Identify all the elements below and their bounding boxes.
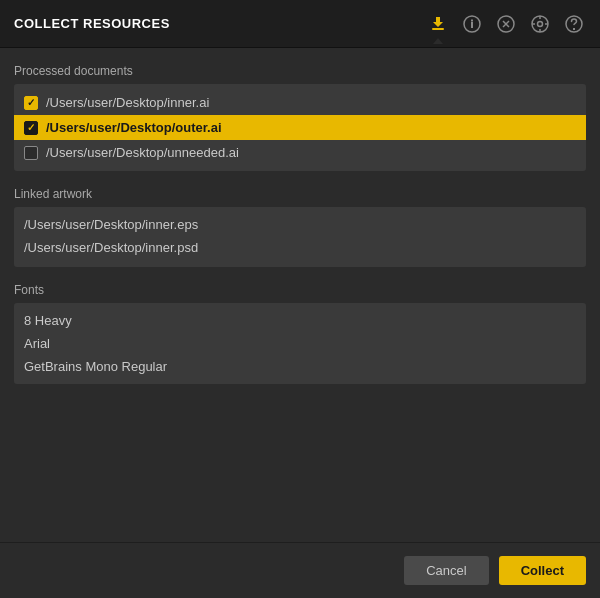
svg-rect-3 [471,19,473,21]
linked-item-inner-eps: /Users/user/Desktop/inner.eps [14,213,586,236]
svg-rect-2 [471,22,473,28]
svg-point-8 [538,21,543,26]
font-item-arial: Arial [14,332,586,355]
header-toolbar [426,12,586,36]
svg-rect-0 [432,28,444,30]
font-name-8-heavy: 8 Heavy [24,313,72,328]
collect-button[interactable]: Collect [499,556,586,585]
linked-path-inner-psd: /Users/user/Desktop/inner.psd [24,240,198,255]
linked-path-inner-eps: /Users/user/Desktop/inner.eps [24,217,198,232]
processed-docs-box: /Users/user/Desktop/inner.ai /Users/user… [14,84,586,171]
dialog-footer: Cancel Collect [0,542,600,598]
help-tab-icon[interactable] [562,12,586,36]
svg-rect-14 [573,28,575,30]
font-name-getbrains: GetBrains Mono Regular [24,359,167,374]
cancel-button[interactable]: Cancel [404,556,488,585]
doc-item-outer-ai[interactable]: /Users/user/Desktop/outer.ai [14,115,586,140]
doc-path-outer-ai: /Users/user/Desktop/outer.ai [46,120,222,135]
fonts-section: Fonts 8 Heavy Arial GetBrains Mono Regul… [14,283,586,384]
font-item-8-heavy: 8 Heavy [14,309,586,332]
linked-item-inner-psd: /Users/user/Desktop/inner.psd [14,236,586,259]
doc-item-unneeded-ai[interactable]: /Users/user/Desktop/unneeded.ai [14,140,586,165]
doc-path-inner-ai: /Users/user/Desktop/inner.ai [46,95,209,110]
download-tab-icon[interactable] [426,12,450,36]
info-tab-icon[interactable] [460,12,484,36]
doc-path-unneeded-ai: /Users/user/Desktop/unneeded.ai [46,145,239,160]
checkbox-inner-ai[interactable] [24,96,38,110]
checkbox-outer-ai[interactable] [24,121,38,135]
edit-tab-icon[interactable] [494,12,518,36]
settings-tab-icon[interactable] [528,12,552,36]
linked-artwork-box: /Users/user/Desktop/inner.eps /Users/use… [14,207,586,267]
fonts-label: Fonts [14,283,586,297]
dialog-header: COLLECT RESOURCES [0,0,600,48]
dialog-content: Processed documents /Users/user/Desktop/… [0,48,600,542]
font-name-arial: Arial [24,336,50,351]
linked-artwork-label: Linked artwork [14,187,586,201]
doc-item-inner-ai[interactable]: /Users/user/Desktop/inner.ai [14,90,586,115]
fonts-box: 8 Heavy Arial GetBrains Mono Regular [14,303,586,384]
dialog-title: COLLECT RESOURCES [14,16,170,31]
font-item-getbrains: GetBrains Mono Regular [14,355,586,378]
processed-docs-section: Processed documents /Users/user/Desktop/… [14,64,586,171]
processed-docs-label: Processed documents [14,64,586,78]
linked-artwork-section: Linked artwork /Users/user/Desktop/inner… [14,187,586,267]
checkbox-unneeded-ai[interactable] [24,146,38,160]
